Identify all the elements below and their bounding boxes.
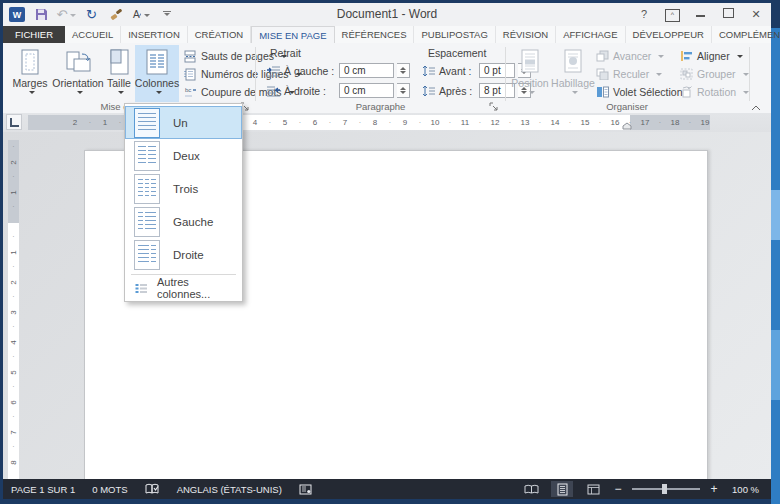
ruler-mark: 2	[73, 115, 77, 130]
tab-complement[interactable]: COMPLÉMENT	[712, 26, 780, 43]
ruler-mark: ·	[8, 443, 19, 450]
columns-right-icon	[134, 240, 160, 270]
tab-developpeur[interactable]: DÉVELOPPEUR	[626, 26, 712, 43]
ruler-mark: 8	[373, 115, 377, 130]
zoom-out-button[interactable]: −	[613, 482, 623, 496]
ruler-mark: ·	[269, 115, 271, 130]
menu-item-more-columns[interactable]: Autres colonnes...	[125, 278, 242, 298]
tab-mise-en-page[interactable]: MISE EN PAGE	[251, 26, 334, 43]
ruler-mark: ·	[8, 323, 19, 330]
wrap-text-button[interactable]: Habillage	[551, 45, 595, 102]
status-bar: PAGE 1 SUR 1 0 MOTS ANGLAIS (ÉTATS-UNIS)…	[3, 479, 771, 499]
help-icon[interactable]: ?	[637, 8, 651, 20]
spacing-after-icon	[422, 85, 436, 97]
ruler-mark: ·	[8, 293, 19, 300]
columns-left-icon	[134, 207, 160, 237]
rotate-button[interactable]: Rotation	[680, 84, 749, 100]
zoom-in-button[interactable]: +	[709, 482, 719, 496]
columns-button[interactable]: Colonnes	[135, 45, 179, 102]
ruler-mark: 14	[551, 115, 560, 130]
ruler-mark: ·	[8, 353, 19, 360]
tab-creation[interactable]: CRÉATION	[188, 26, 251, 43]
page-breaks-icon	[184, 50, 197, 63]
ruler-mark: 4	[9, 337, 18, 348]
position-button[interactable]: Position	[510, 45, 550, 102]
ruler-mark: ·	[389, 115, 391, 130]
ruler-mark: 15	[581, 115, 590, 130]
indent-left-icon	[266, 65, 281, 77]
spacing-after-label: Après :	[439, 85, 476, 97]
selection-pane-button[interactable]: Volet Sélection	[596, 84, 682, 100]
ruler-mark: 8	[9, 457, 18, 468]
tab-insertion[interactable]: INSERTION	[121, 26, 188, 43]
window-right-border	[771, 0, 780, 504]
send-backward-icon	[596, 68, 609, 80]
menu-item-right-column[interactable]: Droite	[125, 238, 242, 271]
chevron-down-icon	[656, 73, 662, 79]
indent-left-stepper[interactable]	[397, 63, 410, 78]
tab-accueil[interactable]: ACCUEIL	[65, 26, 121, 43]
restore-icon[interactable]	[721, 8, 735, 20]
ribbon-display-options-icon[interactable]: ^	[665, 7, 679, 22]
dialog-launcher-icon[interactable]	[489, 102, 499, 112]
bring-forward-button[interactable]: Avancer	[596, 48, 664, 64]
zoom-level[interactable]: 100 %	[732, 484, 759, 495]
ruler-mark: 5	[9, 367, 18, 378]
group-separator	[749, 47, 750, 101]
menu-item-one-column[interactable]: Un	[125, 106, 242, 139]
columns-two-icon	[134, 141, 160, 171]
ruler-mark: ·	[8, 203, 19, 210]
selection-pane-icon	[596, 86, 609, 98]
margins-button[interactable]: Marges	[8, 45, 52, 102]
send-backward-button[interactable]: Reculer	[596, 66, 662, 82]
group-objects-button[interactable]: Grouper	[680, 66, 749, 82]
tab-references[interactable]: RÉFÉRENCES	[335, 26, 415, 43]
title-bar: W ↶ ↻ A Document1 - Word ? ^ ✕	[3, 3, 771, 26]
proofing-icon[interactable]	[145, 483, 160, 495]
word-count-status[interactable]: 0 MOTS	[92, 484, 127, 495]
size-button[interactable]: Taille	[104, 45, 134, 102]
ruler-mark: ·	[8, 233, 19, 240]
align-button[interactable]: Aligner	[680, 48, 743, 64]
zoom-slider-thumb[interactable]	[662, 484, 667, 494]
orientation-icon	[65, 47, 92, 77]
chevron-down-icon	[156, 91, 162, 97]
document-canvas[interactable]	[3, 132, 771, 479]
tab-fichier[interactable]: FICHIER	[3, 26, 65, 43]
close-icon[interactable]: ✕	[749, 8, 763, 21]
tab-publipostage[interactable]: PUBLIPOSTAG	[414, 26, 495, 43]
columns-icon	[145, 47, 169, 77]
align-icon	[680, 50, 693, 62]
chevron-down-icon	[118, 91, 124, 97]
macro-record-icon[interactable]	[299, 484, 312, 495]
indent-right-input[interactable]: 0 cm	[339, 83, 394, 98]
menu-item-left-column[interactable]: Gauche	[125, 205, 242, 238]
print-layout-icon[interactable]	[551, 481, 573, 497]
read-mode-icon[interactable]	[520, 481, 542, 497]
horizontal-ruler: 2112345678910111213141516171819·········…	[3, 113, 771, 132]
zoom-slider[interactable]	[632, 488, 700, 490]
tab-affichage[interactable]: AFFICHAGE	[556, 26, 625, 43]
spacing-before-icon	[422, 65, 436, 77]
ruler-mark: 1	[103, 115, 107, 130]
orientation-button[interactable]: Orientation	[53, 45, 103, 102]
chevron-down-icon	[737, 55, 743, 61]
ruler-mark: 11	[461, 115, 469, 130]
ruler-mark: 2	[9, 277, 18, 288]
language-status[interactable]: ANGLAIS (ÉTATS-UNIS)	[177, 484, 282, 495]
menu-item-two-columns[interactable]: Deux	[125, 139, 242, 172]
menu-item-three-columns[interactable]: Trois	[125, 172, 242, 205]
tab-stop-icon	[10, 118, 19, 127]
tab-revision[interactable]: RÉVISION	[496, 26, 556, 43]
indent-right-stepper[interactable]	[397, 83, 410, 98]
indent-header: Retrait	[270, 47, 301, 59]
line-numbers-icon	[184, 68, 197, 81]
collapse-ribbon-icon[interactable]	[751, 105, 761, 111]
page-count-status[interactable]: PAGE 1 SUR 1	[11, 484, 75, 495]
tab-selector[interactable]	[6, 114, 22, 130]
ruler-mark: ·	[629, 115, 631, 130]
indent-left-input[interactable]: 0 cm	[339, 63, 394, 78]
minimize-icon[interactable]	[693, 8, 707, 20]
ruler-mark: ·	[689, 115, 691, 130]
web-layout-icon[interactable]	[582, 481, 604, 497]
